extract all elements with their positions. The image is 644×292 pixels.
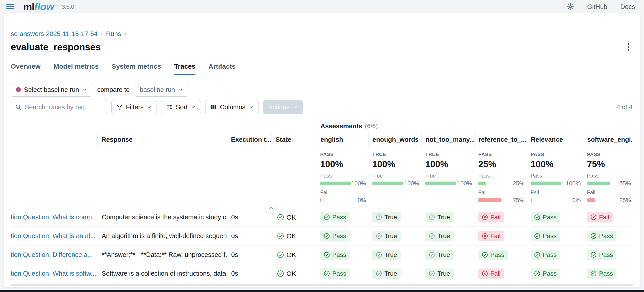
assessment-badge[interactable]: Pass	[587, 250, 616, 260]
assessment-badge[interactable]: True	[372, 231, 401, 241]
assessments-label: Assessments	[320, 122, 362, 130]
summary-metric-label: TRUE	[425, 152, 474, 158]
assessment-badge[interactable]: Pass	[320, 268, 350, 279]
docs-link[interactable]: Docs	[620, 3, 635, 10]
baseline-run-color-dot	[16, 87, 21, 92]
summary-metric-value: 25%	[478, 159, 526, 169]
fail-bar	[531, 198, 532, 202]
gear-icon[interactable]	[567, 3, 574, 10]
filters-button[interactable]: Filters	[111, 100, 157, 114]
assessment-badge[interactable]: Pass	[587, 268, 616, 279]
assessment-badge[interactable]: Pass	[320, 250, 350, 260]
ok-check-icon	[277, 214, 284, 221]
assessment-badge[interactable]: Fail	[587, 212, 613, 222]
state-cell: OK	[271, 270, 316, 278]
compare-target-dropdown[interactable]: baseline run	[134, 83, 188, 96]
table-row[interactable]: tion Question: What is an al... An algor…	[11, 227, 633, 246]
logo-flow-text: flow	[34, 1, 54, 13]
breadcrumb-runs-link[interactable]: Runs	[106, 30, 121, 38]
horizontal-scrollbar[interactable]	[11, 284, 633, 286]
breadcrumb-experiment-link[interactable]: se-answers-2025-11-15-17-54	[11, 30, 98, 38]
tab-system-metrics[interactable]: System metrics	[112, 62, 161, 75]
assessment-badge[interactable]: Fail	[478, 268, 504, 279]
assessment-badge[interactable]: Pass	[478, 250, 508, 260]
col-header-enough-words[interactable]: enough_words	[368, 132, 421, 147]
col-header-software-engi[interactable]: software_engi...	[583, 132, 633, 147]
assessment-badge[interactable]: Pass	[531, 231, 560, 241]
table-row[interactable]: tion Question: What is softw... Software…	[11, 264, 633, 283]
table-row[interactable]: tion Question: What is comp... Computer …	[11, 208, 633, 227]
columns-button[interactable]: Columns	[205, 100, 258, 114]
assessment-badge[interactable]: True	[372, 250, 401, 260]
select-baseline-run-dropdown[interactable]: Select baseline run	[11, 83, 92, 96]
assessment-badge[interactable]: Pass	[587, 231, 616, 241]
col-header-trace	[11, 132, 97, 147]
search-box[interactable]	[11, 100, 107, 114]
check-circle-icon	[324, 233, 330, 239]
trace-link[interactable]: tion Question: What is comp...	[11, 214, 97, 221]
summary-metric-value: 100%	[531, 159, 583, 169]
summary-metric-label: PASS	[478, 152, 526, 158]
hamburger-menu-icon[interactable]	[6, 4, 14, 9]
assessment-badge[interactable]: Pass	[320, 231, 350, 241]
summary-metric-value: 100%	[372, 159, 421, 169]
chevron-down-icon	[147, 105, 152, 110]
tab-artifacts[interactable]: Artifacts	[208, 62, 236, 75]
col-header-execution[interactable]: Execution t...	[227, 132, 271, 147]
col-header-not-too-many[interactable]: not_too_many...	[421, 132, 474, 147]
logo-trademark: ™	[54, 4, 57, 8]
check-circle-icon	[324, 252, 330, 258]
summary-not-too-many: TRUE 100% True 100%	[421, 152, 474, 204]
pass-bar	[587, 182, 610, 185]
assessment-badge[interactable]: Fail	[478, 212, 504, 222]
kebab-menu-icon[interactable]	[626, 42, 630, 52]
bar-value: 75%	[509, 197, 526, 204]
assessment-badge[interactable]: True	[425, 250, 454, 260]
collapse-summary-button[interactable]	[266, 202, 276, 213]
sort-button[interactable]: Sort	[161, 100, 201, 114]
pass-bar	[372, 182, 403, 185]
check-circle-icon	[376, 214, 382, 220]
assessment-badge[interactable]: True	[372, 268, 401, 279]
col-header-state[interactable]: State	[271, 132, 316, 147]
bar-value: 25%	[618, 197, 633, 204]
assessment-badge[interactable]: Fail	[478, 231, 504, 241]
tab-traces[interactable]: Traces	[174, 62, 196, 75]
table-row[interactable]: tion Question: Difference a... **Answer:…	[11, 246, 633, 264]
summary-enough-words: TRUE 100% True 100%	[368, 152, 421, 204]
assessment-badge[interactable]: True	[372, 212, 401, 222]
tab-overview[interactable]: Overview	[11, 62, 40, 75]
bar-value: 100%	[351, 180, 368, 187]
trace-link[interactable]: tion Question: Difference a...	[11, 251, 93, 258]
col-header-reference-to[interactable]: reference_to_...	[474, 132, 526, 147]
assessment-badge[interactable]: True	[425, 268, 454, 279]
tab-model-metrics[interactable]: Model metrics	[54, 62, 98, 75]
actions-button[interactable]: Actions	[263, 100, 303, 114]
assessment-badge[interactable]: Pass	[531, 268, 560, 279]
github-link[interactable]: GitHub	[587, 3, 607, 10]
summary-metric-label: PASS	[320, 152, 368, 158]
check-circle-icon	[590, 252, 596, 258]
assessment-badge[interactable]: Pass	[531, 250, 560, 260]
col-header-relevance[interactable]: Relevance	[526, 132, 583, 147]
assessment-badge[interactable]: Pass	[531, 212, 560, 222]
state-label: OK	[286, 214, 296, 221]
x-circle-icon	[590, 214, 596, 220]
filter-funnel-icon	[116, 104, 123, 110]
filters-label: Filters	[126, 104, 144, 111]
search-input[interactable]	[25, 104, 103, 111]
mlflow-logo[interactable]: mlflow™	[23, 1, 57, 13]
state-cell: OK	[271, 232, 316, 240]
state-cell: OK	[271, 251, 316, 259]
assessment-badge[interactable]: Pass	[320, 212, 350, 222]
x-circle-icon	[482, 270, 488, 276]
summary-metric-label: PASS	[531, 152, 583, 158]
col-header-response[interactable]: Response	[97, 132, 227, 147]
trace-link[interactable]: tion Question: What is softw...	[11, 270, 96, 277]
bar-value: 100%	[456, 180, 474, 187]
window-bottom-edge	[0, 290, 644, 292]
trace-link[interactable]: tion Question: What is an al...	[11, 232, 96, 240]
assessment-badge[interactable]: True	[425, 231, 454, 241]
assessment-badge[interactable]: True	[425, 212, 454, 222]
col-header-english[interactable]: english	[316, 132, 368, 147]
